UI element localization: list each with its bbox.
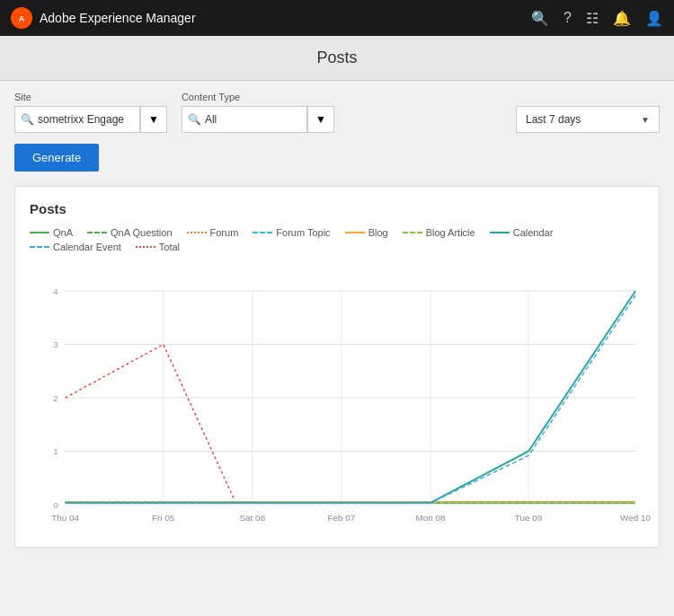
- site-select[interactable]: 🔍 sometrixx Engage: [14, 106, 140, 133]
- legend-line-icon: [30, 232, 49, 233]
- legend-line-icon: [136, 246, 155, 248]
- site-dropdown-btn[interactable]: ▼: [140, 106, 167, 133]
- legend-line-icon: [490, 232, 510, 233]
- legend-line-icon: [345, 232, 365, 233]
- content-type-select[interactable]: 🔍 All: [182, 106, 307, 133]
- svg-text:Wed 10: Wed 10: [620, 513, 651, 523]
- header-right: 🔍 ? ☷ 🔔 👤: [531, 10, 663, 27]
- app-logo: A: [11, 7, 32, 29]
- content-type-search-icon: 🔍: [188, 113, 201, 126]
- page-title: Posts: [0, 48, 674, 67]
- legend-item: Forum: [187, 227, 239, 238]
- legend-item: Blog Article: [403, 227, 475, 238]
- legend-item-label: QnA: [53, 227, 73, 238]
- chart-svg: 4 3 2 1 0 Thu 04 Fri 05 S: [30, 263, 644, 532]
- svg-text:1: 1: [53, 446, 58, 456]
- legend-item-label: Blog Article: [426, 227, 475, 238]
- site-value: sometrixx Engage: [38, 113, 134, 126]
- legend-item: QnA: [30, 227, 73, 238]
- site-label: Site: [14, 92, 167, 102]
- legend-line-icon: [87, 232, 107, 233]
- chart-legend: QnAQnA QuestionForumForum TopicBlogBlog …: [30, 227, 644, 252]
- svg-text:Tue 09: Tue 09: [515, 513, 543, 523]
- content-type-filter-group: Content Type 🔍 All ▼: [182, 92, 334, 133]
- header: A Adobe Experience Manager 🔍 ? ☷ 🔔 👤: [0, 0, 674, 36]
- notification-icon[interactable]: 🔔: [613, 10, 631, 27]
- app-title: Adobe Experience Manager: [40, 11, 196, 25]
- legend-item-label: QnA Question: [111, 227, 173, 238]
- legend-item-label: Forum: [210, 227, 239, 238]
- legend-item-label: Total: [159, 242, 180, 252]
- svg-text:Sat 06: Sat 06: [240, 513, 266, 523]
- legend-line-icon: [187, 232, 207, 233]
- legend-item: Calendar Event: [30, 242, 121, 252]
- legend-item-label: Calendar Event: [53, 242, 121, 252]
- date-range-value: Last 7 days: [526, 113, 641, 126]
- date-range-select[interactable]: Last 7 days ▼: [516, 106, 660, 133]
- chart-title: Posts: [30, 201, 644, 216]
- svg-text:4: 4: [53, 286, 58, 296]
- generate-btn-wrapper: Generate: [14, 144, 660, 186]
- filters-area: Site 🔍 sometrixx Engage ▼ Content Type 🔍…: [0, 81, 674, 186]
- date-range-arrow: ▼: [641, 115, 650, 125]
- help-icon[interactable]: ?: [563, 10, 572, 26]
- user-icon[interactable]: 👤: [645, 10, 663, 27]
- content-type-dropdown-btn[interactable]: ▼: [307, 106, 334, 133]
- content-type-label: Content Type: [182, 92, 334, 102]
- content-type-value: All: [205, 113, 301, 126]
- svg-text:A: A: [19, 14, 25, 23]
- svg-text:Thu 04: Thu 04: [51, 513, 79, 523]
- legend-line-icon: [253, 232, 272, 233]
- svg-text:0: 0: [53, 500, 58, 510]
- filters-row: Site 🔍 sometrixx Engage ▼ Content Type 🔍…: [14, 92, 660, 133]
- svg-text:Mon 08: Mon 08: [416, 513, 447, 523]
- site-filter-group: Site 🔍 sometrixx Engage ▼: [14, 92, 167, 133]
- legend-item: Total: [136, 242, 180, 252]
- legend-item: Forum Topic: [253, 227, 330, 238]
- legend-item: QnA Question: [87, 227, 173, 238]
- legend-line-icon: [403, 232, 422, 233]
- chart-card: Posts QnAQnA QuestionForumForum TopicBlo…: [14, 186, 660, 548]
- page-title-bar: Posts: [0, 36, 674, 81]
- site-search-icon: 🔍: [21, 113, 34, 126]
- svg-text:3: 3: [53, 339, 58, 349]
- legend-item: Blog: [345, 227, 388, 238]
- svg-text:Fri 05: Fri 05: [152, 513, 175, 523]
- legend-line-icon: [30, 246, 49, 248]
- header-left: A Adobe Experience Manager: [11, 7, 196, 29]
- legend-item-label: Calendar: [513, 227, 554, 238]
- svg-text:2: 2: [53, 393, 58, 403]
- apps-icon[interactable]: ☷: [586, 10, 599, 27]
- legend-item: Calendar: [490, 227, 554, 238]
- generate-button[interactable]: Generate: [14, 144, 99, 172]
- legend-item-label: Blog: [368, 227, 388, 238]
- svg-text:Feb 07: Feb 07: [328, 513, 356, 523]
- legend-item-label: Forum Topic: [276, 227, 330, 238]
- search-icon[interactable]: 🔍: [531, 10, 549, 27]
